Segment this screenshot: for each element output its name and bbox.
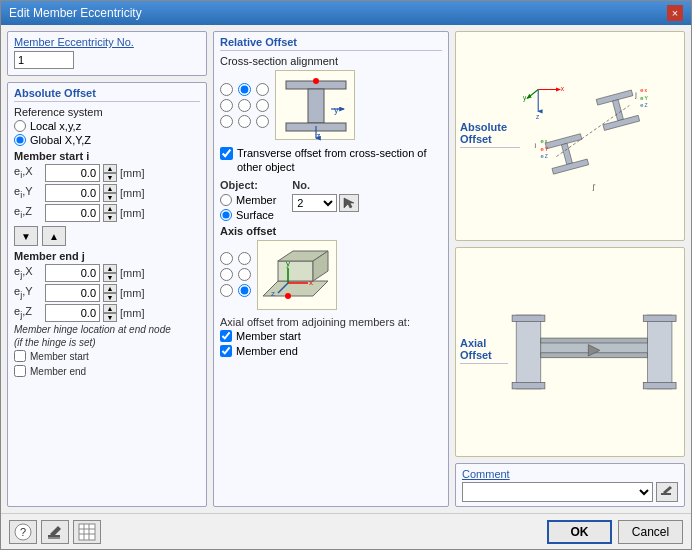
ei-x-down[interactable]: ▼: [103, 173, 117, 182]
ej-y-down[interactable]: ▼: [103, 293, 117, 302]
absolute-offset-section: Absolute Offset Reference system Local x…: [7, 82, 207, 507]
comment-section: Comment: [455, 463, 685, 507]
arrow-down-btn[interactable]: ▼: [14, 226, 38, 246]
svg-rect-48: [512, 315, 545, 322]
axis-radio-2[interactable]: [238, 252, 251, 265]
cs-radio-bc[interactable]: [238, 115, 251, 128]
ref-local-radio[interactable]: [14, 120, 26, 132]
ej-x-up[interactable]: ▲: [103, 264, 117, 273]
ref-system-group: Local x,y,z Global X,Y,Z: [14, 120, 200, 146]
transverse-label: Transverse offset from cross-section of …: [237, 146, 442, 175]
axial-member-start-checkbox[interactable]: [220, 330, 232, 342]
ej-z-up[interactable]: ▲: [103, 304, 117, 313]
transverse-checkbox[interactable]: [220, 147, 233, 160]
svg-marker-58: [663, 486, 672, 494]
ei-y-input[interactable]: [45, 184, 100, 202]
comment-edit-btn[interactable]: [656, 482, 678, 502]
cs-align-area: y z: [220, 70, 442, 140]
svg-point-16: [285, 293, 291, 299]
right-panel: Absolute Offset: [455, 31, 685, 507]
ref-global-radio[interactable]: [14, 134, 26, 146]
close-button[interactable]: ×: [667, 5, 683, 21]
cs-radio-mr[interactable]: [256, 99, 269, 112]
axis-radios-area: x y z: [220, 240, 442, 310]
help-btn[interactable]: ?: [9, 520, 37, 544]
hinge-title: Member hinge location at end node: [14, 324, 200, 335]
arrow-up-btn[interactable]: ▲: [42, 226, 66, 246]
surface-radio[interactable]: [220, 209, 232, 221]
axis-radio-4[interactable]: [238, 268, 251, 281]
axis-radio-5[interactable]: [220, 284, 233, 297]
member-start-label: Member start i: [14, 150, 200, 162]
axial-from-label: Axial offset from adjoining members at:: [220, 316, 442, 328]
cs-radio-tl[interactable]: [220, 83, 233, 96]
object-area: Object: Member Surface No.: [220, 179, 442, 221]
member-radio-row: Member: [220, 194, 276, 206]
cs-radio-tr[interactable]: [256, 83, 269, 96]
ej-z-input[interactable]: [45, 304, 100, 322]
svg-text:e: e: [640, 94, 643, 100]
cs-diagram-svg: y z: [276, 71, 356, 141]
no-dropdown[interactable]: 2 1 3: [292, 194, 337, 212]
ei-z-down[interactable]: ▼: [103, 213, 117, 222]
hinge-section: Member hinge location at end node (if th…: [14, 324, 200, 377]
ei-y-spin: ▲ ▼: [103, 184, 117, 202]
ej-x-label: ej,X: [14, 265, 42, 280]
absolute-offset-svg: j e x e Y e Z i e x e Y e Z j': [520, 59, 680, 214]
ei-x-spin: ▲ ▼: [103, 164, 117, 182]
ei-x-input[interactable]: [45, 164, 100, 182]
comment-select[interactable]: [462, 482, 653, 502]
cs-radio-br[interactable]: [256, 115, 269, 128]
ei-x-label: ei,X: [14, 165, 42, 180]
cancel-button[interactable]: Cancel: [618, 520, 683, 544]
svg-text:z: z: [271, 289, 275, 298]
axis-offset-section: Axis offset: [220, 225, 442, 310]
bottom-bar: ? OK Cance: [1, 513, 691, 549]
ej-y-up[interactable]: ▲: [103, 284, 117, 293]
ej-y-input[interactable]: [45, 284, 100, 302]
ei-y-down[interactable]: ▼: [103, 193, 117, 202]
axis-radio-6[interactable]: [238, 284, 251, 297]
table-icon: [78, 523, 96, 541]
ei-x-up[interactable]: ▲: [103, 164, 117, 173]
edit-btn[interactable]: [41, 520, 69, 544]
ej-x-down[interactable]: ▼: [103, 273, 117, 282]
hinge-start-checkbox[interactable]: [14, 350, 26, 362]
table-btn[interactable]: [73, 520, 101, 544]
axial-offset-diagram-section: Axial Offset: [455, 247, 685, 457]
ei-z-row: ei,Z ▲ ▼ [mm]: [14, 204, 200, 222]
cs-radio-mc[interactable]: [238, 99, 251, 112]
surface-radio-row: Surface: [220, 209, 276, 221]
member-no-input[interactable]: [14, 51, 74, 69]
ei-z-unit: [mm]: [120, 207, 144, 219]
ej-y-unit: [mm]: [120, 287, 144, 299]
ei-y-unit: [mm]: [120, 187, 144, 199]
ej-z-down[interactable]: ▼: [103, 313, 117, 322]
axial-member-end-label: Member end: [236, 345, 298, 357]
member-radio[interactable]: [220, 194, 232, 206]
member-no-label: Member Eccentricity No.: [14, 36, 200, 48]
svg-text:y: y: [286, 259, 290, 268]
axis-radio-1[interactable]: [220, 252, 233, 265]
cs-radio-ml[interactable]: [220, 99, 233, 112]
ei-y-row: ei,Y ▲ ▼ [mm]: [14, 184, 200, 202]
hinge-end-checkbox[interactable]: [14, 365, 26, 377]
cursor-icon: [342, 196, 356, 210]
ei-z-up[interactable]: ▲: [103, 204, 117, 213]
ej-x-input[interactable]: [45, 264, 100, 282]
ei-z-input[interactable]: [45, 204, 100, 222]
axial-member-end-checkbox[interactable]: [220, 345, 232, 357]
hinge-end-row: Member end: [14, 365, 200, 377]
hinge-subtitle: (if the hinge is set): [14, 337, 200, 348]
ok-button[interactable]: OK: [547, 520, 612, 544]
no-select-btn[interactable]: [339, 194, 359, 212]
axis-radio-3[interactable]: [220, 268, 233, 281]
ref-global-row: Global X,Y,Z: [14, 134, 200, 146]
hinge-end-label: Member end: [30, 366, 86, 377]
ei-y-up[interactable]: ▲: [103, 184, 117, 193]
svg-rect-49: [512, 382, 545, 389]
cs-radio-bl[interactable]: [220, 115, 233, 128]
relative-offset-title: Relative Offset: [220, 36, 442, 51]
axis-diagram-svg: x y z: [258, 241, 338, 311]
cs-radio-tc[interactable]: [238, 83, 251, 96]
